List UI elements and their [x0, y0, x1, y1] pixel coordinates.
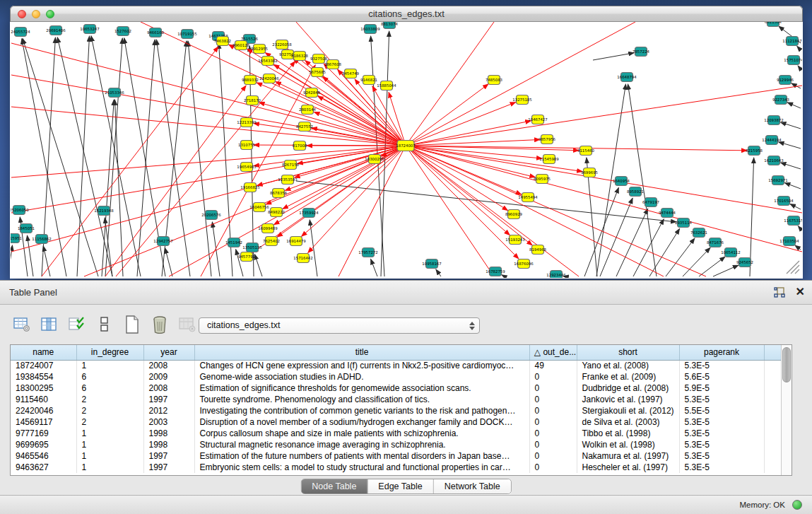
graph-node[interactable]: 9115460	[577, 146, 595, 156]
table-cell[interactable]: 9465546	[11, 450, 76, 462]
table-cell[interactable]: Changes of HCN gene expression and I(f) …	[194, 360, 529, 371]
table-cell[interactable]: 2008	[143, 382, 194, 394]
column-header-out-degree[interactable]: △ out_de...	[529, 345, 577, 360]
graph-node[interactable]: 7625402	[263, 237, 280, 246]
table-cell[interactable]: 1	[76, 428, 143, 439]
table-cell[interactable]: 1997	[143, 462, 194, 473]
table-cell[interactable]: 1997	[143, 394, 194, 405]
graph-node[interactable]: 17103504	[779, 237, 799, 246]
table-row[interactable]: 969969511998Structural magnetic resonanc…	[11, 439, 781, 450]
table-cell[interactable]: 0	[529, 416, 577, 428]
graph-node[interactable]: 13505135	[242, 243, 261, 252]
graph-node[interactable]: 1310755	[238, 141, 255, 150]
table-cell[interactable]	[764, 416, 781, 428]
table-cell[interactable]: 9115460	[11, 394, 76, 405]
graph-node[interactable]: 8454749	[342, 69, 360, 78]
graph-node[interactable]: 1527602	[114, 27, 131, 36]
table-cell[interactable]: 2	[76, 405, 143, 416]
graph-node[interactable]: 7632621	[690, 228, 707, 238]
graph-node[interactable]: 8912955	[251, 45, 268, 54]
graph-node[interactable]: 5675685	[309, 68, 326, 77]
delete-table-icon[interactable]	[151, 315, 169, 334]
table-cell[interactable]: Investigating the contribution of common…	[194, 405, 529, 416]
table-cell[interactable]: Embryonic stem cells: a model to study s…	[194, 462, 529, 473]
graph-node[interactable]: 9889332	[242, 76, 259, 85]
table-cell[interactable]: 1998	[143, 439, 194, 450]
column-header-title[interactable]: title	[194, 345, 529, 360]
table-cell[interactable]: 0	[529, 439, 577, 450]
table-cell[interactable]: Corpus callosum shape and size in male p…	[194, 428, 529, 439]
graph-node[interactable]: 9699695	[581, 168, 598, 177]
graph-node[interactable]: 8498222	[268, 208, 285, 217]
table-cell[interactable]	[764, 428, 781, 439]
column-header-year[interactable]: year	[143, 345, 194, 360]
graph-node[interactable]: 2803144	[299, 105, 317, 115]
column-visibility-icon[interactable]	[40, 315, 59, 334]
graph-node[interactable]: 8095975	[534, 175, 551, 184]
table-panel-titlebar[interactable]: Table Panel ✕	[0, 281, 812, 305]
graph-node[interactable]: 8678354	[270, 189, 288, 198]
table-cell[interactable]: 9699695	[11, 439, 76, 450]
table-cell[interactable]: 1	[76, 439, 143, 450]
graph-node[interactable]: 12444194	[762, 136, 782, 145]
table-cell[interactable]: Hescheler et al. (1997)	[577, 462, 679, 473]
table-cell[interactable]: 22420046	[11, 405, 76, 416]
graph-node[interactable]: 15716442	[293, 254, 312, 263]
graph-node[interactable]: 8471676	[707, 238, 724, 247]
close-panel-icon[interactable]: ✕	[796, 285, 805, 298]
graph-node[interactable]: 12923446	[546, 271, 566, 279]
graph-node[interactable]: 1640954	[613, 177, 630, 186]
graph-node[interactable]: 25206050	[11, 206, 29, 215]
tab-node-table[interactable]: Node Table	[301, 479, 367, 493]
graph-node[interactable]: 21053346	[105, 88, 124, 98]
graph-node[interactable]: 9227343	[772, 95, 789, 105]
table-cell[interactable]: 1	[76, 360, 143, 371]
table-cell[interactable]: 2	[76, 416, 143, 428]
table-cell[interactable]: Genome-wide association studies in ADHD.	[194, 371, 529, 382]
graph-node[interactable]: 16876096	[514, 259, 534, 269]
graph-node[interactable]: 15193243	[505, 235, 524, 245]
table-cell[interactable]: 2	[76, 394, 143, 405]
graph-node[interactable]: 10653247	[80, 25, 99, 34]
table-cell[interactable]: 0	[529, 371, 577, 382]
table-row[interactable]: 911546021997Tourette syndrome. Phenomeno…	[11, 394, 781, 405]
table-cell[interactable]: 5.9E-5	[679, 382, 764, 394]
graph-node[interactable]: 6811304	[765, 22, 782, 27]
graph-node[interactable]: 7485083	[486, 76, 502, 85]
graph-node[interactable]: 9245652	[736, 258, 753, 267]
graph-node[interactable]: 2867608	[324, 60, 342, 69]
graph-node[interactable]: 11121847	[782, 37, 801, 46]
table-cell[interactable]: Tourette syndrome. Phenomenology and cla…	[194, 394, 529, 405]
graph-node[interactable]: 8194968	[529, 245, 547, 255]
network-view-canvas[interactable]: 1872400724055724206914061065324715276029…	[11, 22, 802, 278]
table-cell[interactable]: 1997	[143, 450, 194, 462]
table-row[interactable]: 1872400712008Changes of HCN gene express…	[11, 360, 781, 371]
table-cell[interactable]: 5.3E-5	[679, 450, 764, 462]
graph-node[interactable]: 10958167	[422, 259, 441, 269]
tab-network-table[interactable]: Network Table	[434, 479, 511, 493]
graph-node[interactable]: 8267150	[282, 160, 300, 170]
table-cell[interactable]: 5.5E-5	[679, 405, 764, 416]
graph-node[interactable]: 24055724	[11, 28, 30, 37]
table-cell[interactable]: 5.3E-5	[679, 439, 764, 450]
table-cell[interactable]	[764, 462, 781, 473]
graph-node[interactable]: 9857956	[539, 135, 556, 144]
table-cell[interactable]: 49	[529, 360, 577, 371]
table-cell[interactable]	[764, 382, 781, 394]
graph-node[interactable]: 817008	[293, 141, 307, 151]
table-row[interactable]: 1456911722003Disruption of a novel membe…	[11, 416, 781, 428]
table-row[interactable]: 977716911998Corpus callosum shape and si…	[11, 428, 781, 439]
table-cell[interactable]: 5.3E-5	[679, 462, 764, 473]
graph-node[interactable]: 11156862	[32, 235, 51, 244]
table-cell[interactable]	[764, 371, 781, 382]
citation-network-graph[interactable]: 1872400724055724206914061065324715276029…	[11, 22, 802, 278]
scrollbar-thumb[interactable]	[782, 347, 791, 382]
table-cell[interactable]: Yano et al. (2008)	[577, 360, 679, 371]
graph-node[interactable]: 10719155	[177, 30, 196, 39]
graph-node[interactable]: 15751074	[784, 56, 802, 65]
graph-node[interactable]: 9242848	[303, 88, 321, 98]
table-select-dropdown[interactable]: citations_edges.txt	[199, 317, 480, 334]
graph-node[interactable]: 7857224	[632, 47, 650, 57]
graph-node[interactable]: 12213399	[237, 118, 257, 127]
graph-node[interactable]: 8958921	[627, 187, 644, 197]
